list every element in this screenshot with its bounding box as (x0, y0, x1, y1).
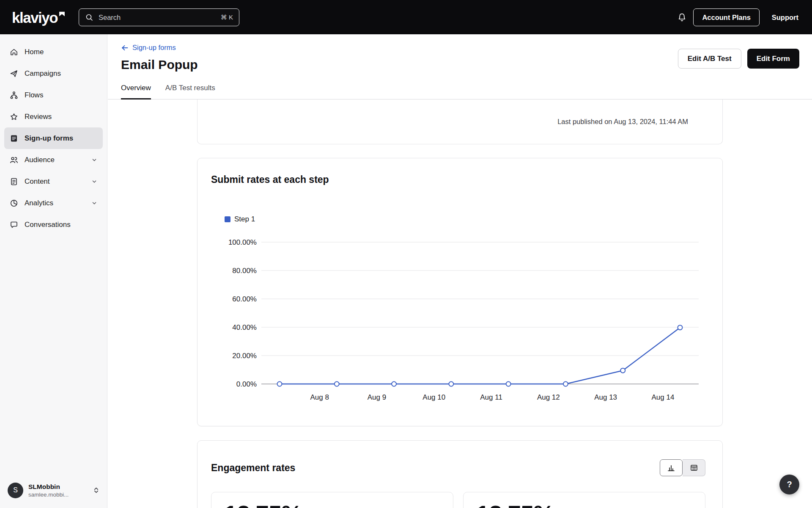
chat-icon (10, 221, 18, 229)
back-link-label: Sign-up forms (132, 44, 176, 52)
chevron-down-icon (91, 157, 97, 163)
user-name: SLMobbin (28, 483, 88, 491)
cards-column: Last published on Aug 13, 2024, 11:44 AM… (197, 99, 723, 508)
svg-text:100.00%: 100.00% (228, 238, 257, 246)
sidebar-item-conversations[interactable]: Conversations (4, 214, 103, 235)
edit-ab-test-button[interactable]: Edit A/B Test (678, 49, 741, 69)
metric-value: 12.75% (476, 501, 705, 508)
submit-rates-card: Submit rates at each step Step 1 100.00%… (197, 158, 723, 426)
notifications-button[interactable] (675, 11, 689, 24)
back-link-signup-forms[interactable]: Sign-up forms (121, 44, 176, 52)
sidebar-item-content[interactable]: Content (4, 171, 103, 192)
svg-text:40.00%: 40.00% (232, 323, 257, 331)
svg-text:80.00%: 80.00% (232, 267, 257, 275)
send-icon (10, 69, 18, 78)
svg-text:60.00%: 60.00% (232, 295, 257, 303)
tab-ab-test-results[interactable]: A/B Test results (165, 84, 215, 99)
metric-card: 12.75% (211, 492, 453, 508)
chart-legend: Step 1 (225, 215, 722, 224)
klaviyo-logo[interactable]: klaviyo (12, 10, 65, 25)
chart-view-button[interactable] (660, 459, 683, 476)
document-icon (10, 177, 18, 186)
legend-swatch (225, 216, 230, 222)
sidebar-item-audience[interactable]: Audience (4, 149, 103, 171)
sidebar-item-analytics[interactable]: Analytics (4, 192, 103, 214)
sidebar: Home Campaigns Flows Reviews Sign-up for (0, 34, 107, 508)
star-icon (10, 113, 18, 121)
chevron-up-down-icon (93, 487, 99, 494)
user-email: samlee.mobbi... (28, 491, 88, 498)
sidebar-item-label: Campaigns (25, 69, 61, 78)
sidebar-item-flows[interactable]: Flows (4, 84, 103, 106)
table-view-button[interactable] (683, 459, 705, 476)
sidebar-item-label: Analytics (25, 199, 53, 207)
svg-text:Aug 13: Aug 13 (594, 393, 617, 401)
edit-form-button[interactable]: Edit Form (747, 49, 799, 69)
svg-text:Aug 9: Aug 9 (368, 393, 386, 401)
avatar: S (8, 483, 23, 498)
sidebar-item-label: Home (25, 48, 44, 56)
sidebar-item-label: Conversations (25, 221, 71, 229)
tab-overview[interactable]: Overview (121, 84, 151, 99)
legend-label: Step 1 (234, 215, 255, 224)
main-content: Sign-up forms Email Popup Edit A/B Test … (108, 34, 812, 508)
sidebar-item-reviews[interactable]: Reviews (4, 106, 103, 127)
engagement-header: Engagement rates (211, 459, 705, 476)
chevron-down-icon (91, 179, 97, 185)
svg-text:20.00%: 20.00% (232, 352, 257, 360)
svg-text:0.00%: 0.00% (236, 380, 257, 388)
search-input[interactable] (98, 13, 217, 22)
klaviyo-logo-text: klaviyo (12, 10, 58, 25)
last-published-text: Last published on Aug 13, 2024, 11:44 AM (557, 118, 688, 126)
pie-chart-icon (10, 199, 18, 207)
account-plans-button[interactable]: Account Plans (693, 8, 760, 26)
sidebar-item-label: Flows (25, 91, 43, 99)
svg-text:Aug 10: Aug 10 (422, 393, 445, 401)
table-icon (690, 464, 698, 472)
sidebar-item-signup-forms[interactable]: Sign-up forms (4, 127, 103, 149)
people-icon (10, 156, 18, 164)
metric-card: 12.75% (463, 492, 705, 508)
sidebar-nav: Home Campaigns Flows Reviews Sign-up for (0, 34, 107, 235)
account-switcher[interactable]: S SLMobbin samlee.mobbi... (0, 472, 107, 508)
engagement-card: Engagement rates 12.75 (197, 440, 723, 508)
sidebar-item-home[interactable]: Home (4, 41, 103, 63)
bar-chart-icon (667, 464, 675, 472)
svg-text:Aug 12: Aug 12 (537, 393, 560, 401)
engagement-title: Engagement rates (211, 462, 295, 474)
back-arrow-icon (121, 44, 129, 52)
published-card: Last published on Aug 13, 2024, 11:44 AM (197, 99, 723, 144)
sidebar-item-label: Audience (25, 156, 55, 164)
home-icon (10, 48, 18, 56)
tab-bar: Overview A/B Test results (108, 84, 812, 99)
svg-text:Aug 14: Aug 14 (651, 393, 674, 401)
sidebar-item-label: Sign-up forms (25, 134, 73, 143)
sidebar-item-campaigns[interactable]: Campaigns (4, 63, 103, 84)
metric-value: 12.75% (224, 501, 453, 508)
chevron-down-icon (91, 200, 97, 206)
header-actions: Edit A/B Test Edit Form (678, 49, 799, 69)
view-toggle (660, 459, 705, 476)
flow-icon (10, 91, 18, 99)
line-chart: 100.00%80.00%60.00%40.00%20.00%0.00%Aug … (198, 226, 722, 427)
global-search[interactable]: ⌘ K (79, 8, 239, 26)
search-shortcut: ⌘ K (221, 14, 233, 21)
engagement-metrics: 12.75% 12.75% (211, 492, 705, 508)
svg-text:Aug 11: Aug 11 (480, 393, 502, 401)
line-chart-svg: 100.00%80.00%60.00%40.00%20.00%0.00%Aug … (198, 226, 723, 425)
sidebar-item-label: Content (25, 177, 50, 186)
topbar: klaviyo ⌘ K Account Plans Support (0, 0, 812, 34)
user-meta: SLMobbin samlee.mobbi... (28, 483, 88, 498)
bell-icon (677, 12, 687, 22)
klaviyo-flag-icon (59, 10, 65, 18)
support-button[interactable]: Support (769, 13, 801, 22)
submit-rates-title: Submit rates at each step (211, 174, 722, 185)
form-icon (10, 134, 18, 143)
svg-text:Aug 8: Aug 8 (310, 393, 329, 401)
help-button[interactable]: ? (779, 475, 799, 494)
sidebar-item-label: Reviews (25, 113, 52, 121)
search-icon (85, 13, 93, 22)
